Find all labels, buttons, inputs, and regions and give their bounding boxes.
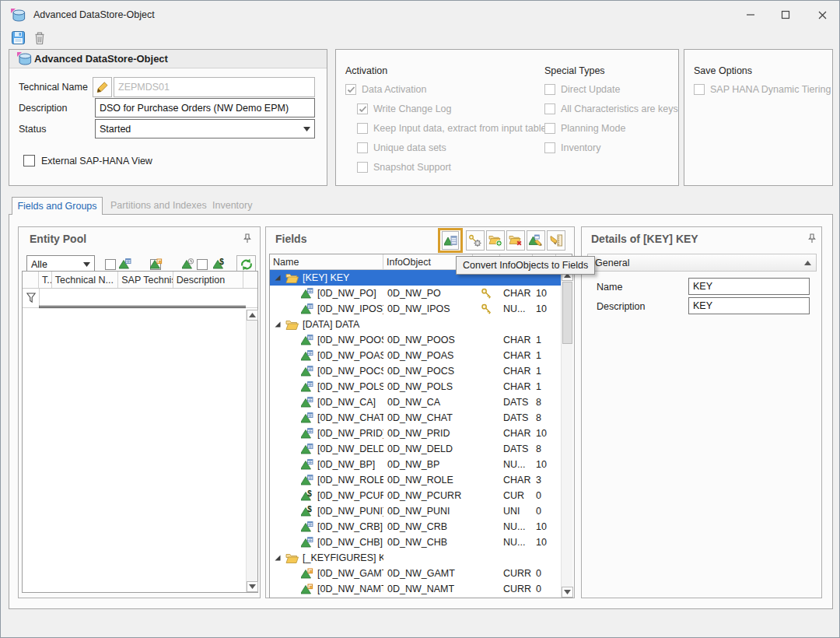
characteristic-icon (301, 412, 313, 424)
save-options-group: Save Options SAP HANA Dynamic Tiering (684, 49, 833, 186)
scroll-down-button[interactable] (562, 587, 573, 598)
entity-scrollbar[interactable] (246, 310, 257, 592)
infoobject-cell: 0D_NW_CA (383, 394, 473, 410)
add-group-button[interactable] (486, 230, 505, 251)
maximize-button[interactable] (770, 1, 801, 29)
filter-time-characteristics-checkbox[interactable] (197, 259, 208, 270)
detail-name-input[interactable] (688, 278, 810, 295)
scroll-down-button[interactable] (247, 581, 258, 592)
datatype-cell: CHAR (500, 286, 533, 301)
folder-icon (285, 552, 299, 564)
add-group-icon (488, 234, 502, 247)
field-row[interactable]: $[0D_NW_PUNI]0D_NW_PUNIUNI0 (270, 503, 561, 519)
close-icon (817, 10, 828, 20)
checkbox-label: Keep Input data, extract from input tabl… (373, 123, 546, 134)
edit-technical-name-button[interactable] (93, 77, 112, 97)
expander-icon[interactable] (274, 274, 282, 282)
checkbox-option: Unique data sets (357, 138, 546, 157)
key-settings-button[interactable] (466, 230, 485, 251)
field-row[interactable]: [0D_NW_GAMT]0D_NW_GAMTCURR0 (270, 566, 561, 581)
field-row[interactable]: $[0D_NW_PCURR]0D_NW_PCURRCUR0 (270, 488, 561, 503)
group-name: [_KEYFIGURES] Key... (303, 552, 383, 563)
infoobject-cell: 0D_NW_POOS (383, 332, 473, 348)
characteristic-icon (301, 334, 313, 346)
field-row[interactable]: [0D_NW_CRB]0D_NW_CRBNU...10 (270, 519, 561, 535)
delete-button[interactable] (33, 31, 46, 45)
detail-description-input[interactable] (688, 297, 810, 314)
field-row[interactable]: [0D_NW_ROLE]0D_NW_ROLECHAR3 (270, 472, 561, 488)
tab-fields-and-groups[interactable]: Fields and Groups (12, 197, 103, 215)
group-row[interactable]: [_KEYFIGURES] Key... (270, 550, 561, 566)
unchecked-checkbox (544, 123, 555, 134)
checkbox-label: Planning Mode (561, 123, 625, 134)
field-row[interactable]: [0D_NW_IPOS]0D_NW_IPOSNU...10 (270, 301, 561, 317)
save-button[interactable] (12, 31, 25, 44)
tab-inventory[interactable]: Inventory (212, 200, 252, 211)
minimize-button[interactable] (735, 1, 766, 29)
entity-table-header: T... Technical N... SAP Technis... Descr… (23, 272, 257, 289)
remove-group-button[interactable] (506, 230, 525, 251)
key-cell (473, 488, 500, 503)
datatype-cell: DATS (500, 410, 533, 426)
window-title: Advanced DataStore-Object (33, 9, 155, 20)
field-row[interactable]: [0D_NW_PRID]0D_NW_PRIDCHAR10 (270, 426, 561, 441)
length-cell: 1 (533, 332, 556, 348)
fields-scrollbar[interactable] (561, 270, 572, 598)
external-hana-view-label: External SAP-HANA View (41, 156, 152, 167)
characteristic-icon (301, 287, 313, 300)
key-figure-icon (301, 583, 313, 595)
datatype-cell: NU... (500, 535, 533, 550)
field-name: [0D_NW_CHAT] (317, 412, 383, 423)
field-row[interactable]: [0D_NW_POAS]0D_NW_POASCHAR1 (270, 348, 561, 363)
infoobject-cell: 0D_NW_NAMT (383, 581, 473, 597)
key-figure-icon (150, 258, 163, 270)
expander-icon[interactable] (274, 321, 282, 328)
field-row[interactable]: [0D_NW_PO]0D_NW_POCHAR10 (270, 286, 561, 301)
unit-icon: $ (213, 258, 226, 270)
field-row[interactable]: [0D_NW_DELD]0D_NW_DELDDATS8 (270, 441, 561, 457)
pin-icon[interactable] (807, 233, 817, 244)
pin-icon[interactable] (243, 233, 252, 244)
description-input[interactable] (95, 98, 315, 117)
infoobject-cell: 0D_NW_PO (383, 286, 473, 301)
unit-icon: $ (301, 505, 313, 517)
unchecked-checkbox (357, 123, 368, 134)
datatype-cell: CUR (500, 488, 533, 503)
field-row[interactable]: [0D_NW_BP]0D_NW_BPNU...10 (270, 457, 561, 472)
edit-infoobject-button[interactable] (527, 230, 545, 251)
length-cell: 0 (533, 581, 556, 597)
general-section-header[interactable]: General (587, 254, 817, 272)
edit-pencil-icon (96, 81, 109, 93)
field-row[interactable]: [0D_NW_CHAT]0D_NW_CHATDATS8 (270, 410, 561, 426)
field-row[interactable]: [0D_NW_POCS]0D_NW_POCSCHAR1 (270, 363, 561, 379)
infoobject-cell: 0D_NW_POAS (383, 348, 473, 363)
fields-panel: Fields Name InfoObject [KEY] KEY[0D_NW_P… (265, 226, 575, 598)
field-row[interactable]: [0D_NW_CHB]0D_NW_CHBNU...10 (270, 535, 561, 550)
status-dropdown[interactable]: Started (95, 119, 315, 138)
field-row[interactable] (270, 597, 561, 598)
entity-col-description: Description (173, 272, 243, 288)
field-row[interactable]: [0D_NW_POLS]0D_NW_POLSCHAR1 (270, 379, 561, 394)
infoobject-cell: 0D_NW_PCURR (383, 488, 473, 503)
field-row[interactable]: [0D_NW_POOS]0D_NW_POOSCHAR1 (270, 332, 561, 348)
close-button[interactable] (807, 1, 838, 29)
checkbox-option: Inventory (544, 138, 678, 157)
scrollbar-thumb[interactable] (562, 282, 572, 344)
external-hana-view-checkbox[interactable] (23, 155, 35, 167)
tab-partitions-and-indexes[interactable]: Partitions and Indexes (110, 200, 207, 211)
unchecked-checkbox (544, 142, 555, 153)
general-group-title: Advanced DataStore-Object (34, 53, 168, 65)
datatype-cell: UNI (500, 503, 533, 519)
filter-characteristics-checkbox[interactable] (105, 259, 116, 270)
key-cell (473, 550, 500, 566)
group-row[interactable]: [DATA] DATA (270, 317, 561, 332)
length-cell (533, 597, 556, 598)
checkbox-option: SAP HANA Dynamic Tiering (694, 79, 831, 99)
edit-field-button[interactable] (547, 230, 565, 251)
expander-icon[interactable] (274, 554, 282, 562)
field-row[interactable]: [0D_NW_CA]0D_NW_CADATS8 (270, 394, 561, 410)
highlight-border (438, 228, 463, 253)
scroll-up-button[interactable] (247, 310, 258, 321)
entity-pool-table: T... Technical N... SAP Technis... Descr… (22, 271, 258, 593)
field-row[interactable]: [0D_NW_NAMT]0D_NW_NAMTCURR0 (270, 581, 561, 597)
